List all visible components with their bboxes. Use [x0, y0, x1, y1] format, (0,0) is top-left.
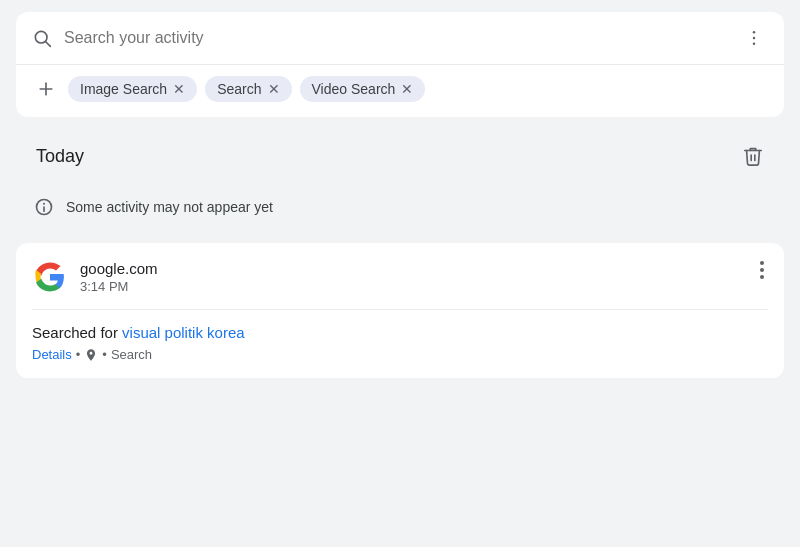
activity-meta: Details • • Search — [32, 347, 768, 362]
svg-point-3 — [753, 37, 756, 40]
info-icon — [34, 197, 54, 217]
activity-divider — [32, 309, 768, 310]
site-time: 3:14 PM — [80, 279, 158, 294]
activity-header: google.com 3:14 PM — [32, 259, 768, 295]
svg-line-1 — [46, 42, 51, 47]
chip-video-search[interactable]: Video Search ✕ — [300, 76, 426, 102]
site-details: google.com 3:14 PM — [80, 260, 158, 294]
activity-search-text: Searched for visual politik korea — [32, 324, 768, 341]
search-input[interactable] — [64, 29, 728, 47]
activity-meta-dot1: • — [76, 347, 81, 362]
chip-video-search-label: Video Search — [312, 81, 396, 97]
svg-point-2 — [753, 31, 756, 34]
info-notice: Some activity may not appear yet — [16, 183, 784, 231]
activity-meta-dot2: • — [102, 347, 107, 362]
chip-search[interactable]: Search ✕ — [205, 76, 291, 102]
chip-image-search[interactable]: Image Search ✕ — [68, 76, 197, 102]
search-query-link[interactable]: visual politik korea — [122, 324, 245, 341]
add-filter-button[interactable] — [32, 75, 60, 103]
chip-video-search-close[interactable]: ✕ — [401, 82, 413, 96]
activity-details-link[interactable]: Details — [32, 347, 72, 362]
today-label: Today — [36, 146, 84, 167]
svg-point-4 — [753, 43, 756, 46]
site-name: google.com — [80, 260, 158, 277]
filter-row: Image Search ✕ Search ✕ Video Search ✕ — [16, 64, 784, 117]
today-header: Today — [16, 129, 784, 183]
more-options-button[interactable] — [740, 24, 768, 52]
activity-type: Search — [111, 347, 152, 362]
google-logo — [32, 259, 68, 295]
chip-search-close[interactable]: ✕ — [268, 82, 280, 96]
activity-more-options[interactable] — [756, 259, 768, 281]
notice-text: Some activity may not appear yet — [66, 199, 273, 215]
activity-location-icon — [84, 348, 98, 362]
search-bar-card: Image Search ✕ Search ✕ Video Search ✕ — [16, 12, 784, 117]
search-icon — [32, 28, 52, 48]
activity-site-info: google.com 3:14 PM — [32, 259, 158, 295]
chip-search-label: Search — [217, 81, 261, 97]
activity-card: google.com 3:14 PM Searched for visual p… — [16, 243, 784, 378]
delete-button[interactable] — [742, 145, 764, 167]
search-bar — [16, 12, 784, 64]
chip-image-search-label: Image Search — [80, 81, 167, 97]
chip-image-search-close[interactable]: ✕ — [173, 82, 185, 96]
